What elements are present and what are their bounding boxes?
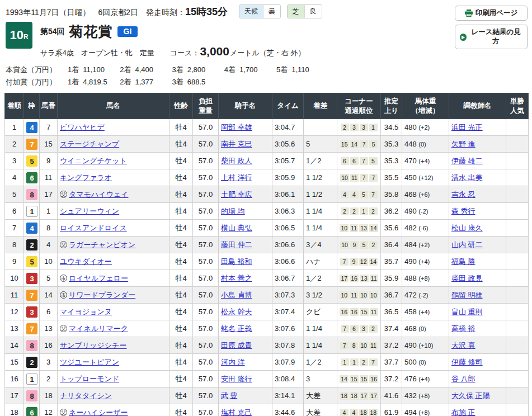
trainer-link[interactable]: 矢野 進 <box>451 140 475 148</box>
horse-link[interactable]: タマモハイウェイ <box>69 190 128 198</box>
jockey-link[interactable]: 岡部 幸雄 <box>221 123 252 131</box>
frame-number-badge: 2 <box>26 239 37 250</box>
trainer-link[interactable]: 柴田 政見 <box>451 274 483 282</box>
body-weight-cell: 476 (+4) <box>402 371 449 387</box>
horse-link[interactable]: ユウキダイオー <box>60 257 112 266</box>
printer-icon <box>465 10 473 17</box>
horse-link[interactable]: サンブリッジシチー <box>60 341 126 349</box>
corner-position: 7 <box>340 258 349 266</box>
last3f-cell: 35.7 <box>381 253 402 270</box>
corner-position: 13 <box>360 275 369 282</box>
jockey-link[interactable]: 松永 幹夫 <box>221 308 252 316</box>
trainer-link[interactable]: 伊藤 修司 <box>451 358 483 366</box>
horse-link[interactable]: ナリタタイシン <box>60 391 112 400</box>
horse-link[interactable]: キングファラオ <box>60 173 112 182</box>
horse-link[interactable]: ウイニングチケット <box>60 157 127 165</box>
jockey-link[interactable]: 武 豊 <box>221 391 238 400</box>
time-cell: 3:14.1 <box>272 387 304 404</box>
date-line: 1993年11月7日（日曜） 6回京都2日 発走時刻： 15時35分 <box>6 5 228 18</box>
jockey-link[interactable]: 田島 裕和 <box>221 257 252 266</box>
horse-link[interactable]: マイヨジョンヌ <box>60 308 112 316</box>
horse-link[interactable]: ステージチャンプ <box>60 140 119 148</box>
horse-link[interactable]: リワードプランダー <box>69 291 135 299</box>
horse-number-cell: 4 <box>40 237 58 253</box>
carried-weight-cell: 57.0 <box>193 404 219 416</box>
horse-link[interactable]: ビワハヤヒデ <box>60 123 105 131</box>
trainer-name-cell: 浜田 光正 <box>449 119 506 136</box>
jockey-link[interactable]: 塩村 克己 <box>221 408 252 416</box>
col-header-trainer: 調教師名 <box>449 93 506 119</box>
weather-value: 曇 <box>263 5 280 18</box>
result-row: 18612父ネーハイシーザー牡457.0塩村 克己3:44.6大差4418186… <box>5 404 529 416</box>
jockey-name-cell: 南井 克巳 <box>219 136 272 153</box>
jockey-link[interactable]: 横山 典弘 <box>221 224 252 232</box>
horse-link[interactable]: ツジユートピアン <box>60 358 119 366</box>
trainer-name-cell: 伊藤 雄二 <box>449 153 506 169</box>
trainer-link[interactable]: 山内 研二 <box>451 240 483 249</box>
time-cell: 3:07.6 <box>272 320 304 337</box>
horse-link[interactable]: ロイヤルフェロー <box>69 274 128 282</box>
trainer-link[interactable]: 清水 出美 <box>451 173 483 182</box>
trainer-link[interactable]: 大沢 真 <box>451 341 475 349</box>
result-guide-label: レース結果の見方 <box>469 27 522 46</box>
horse-link[interactable]: トップローモンド <box>60 375 119 383</box>
body-weight-diff: (+10) <box>418 342 433 349</box>
jockey-link[interactable]: 河内 洋 <box>221 358 245 366</box>
trainer-link[interactable]: 福島 勝 <box>451 257 475 266</box>
jockey-link[interactable]: 安田 隆行 <box>221 375 252 383</box>
corner-order: 10952 <box>340 241 378 249</box>
trainer-link[interactable]: 松山 康久 <box>451 224 483 232</box>
body-weight: 490 <box>404 341 418 349</box>
jockey-link[interactable]: 的場 均 <box>221 207 245 215</box>
result-row: 359ウイニングチケット牡457.0柴田 政人3:05.71／2667535.3… <box>5 153 529 169</box>
sex-age-cell: 牡4 <box>170 304 193 320</box>
trainer-link[interactable]: 吉永 忍 <box>451 190 475 198</box>
trainer-name-cell: 吉永 忍 <box>449 186 506 203</box>
jockey-link[interactable]: 蛯名 正義 <box>221 324 252 333</box>
corner-position: 10 <box>340 241 349 249</box>
trainer-link[interactable]: 鶴留 明雄 <box>451 291 483 299</box>
rank-cell: 14 <box>5 337 24 354</box>
jockey-link[interactable]: 南井 克巳 <box>221 140 252 148</box>
jockey-link[interactable]: 藤田 伸二 <box>221 240 252 249</box>
carried-weight-cell: 57.0 <box>193 253 219 270</box>
jockey-link[interactable]: 上村 洋行 <box>221 173 252 182</box>
trainer-link[interactable]: 高橋 裕 <box>451 324 475 333</box>
time-cell: 3:44.6 <box>272 404 304 416</box>
trainer-link[interactable]: 伊藤 雄二 <box>451 157 483 165</box>
jockey-name-cell: 河内 洋 <box>219 354 272 371</box>
time-cell: 3:06.6 <box>272 237 304 253</box>
jockey-link[interactable]: 土肥 幸広 <box>221 190 252 198</box>
margin-cell: 1 1/4 <box>304 337 337 354</box>
trainer-link[interactable]: 布施 正 <box>451 408 475 416</box>
arrow-circle-icon: ▶ <box>460 34 467 41</box>
horse-link[interactable]: マイネルリマーク <box>69 324 128 333</box>
jockey-name-cell: 柴田 政人 <box>219 153 272 169</box>
jockey-link[interactable]: 柴田 政人 <box>221 157 252 165</box>
last3f-cell: 37.2 <box>381 337 402 354</box>
jockey-link[interactable]: 小島 貞博 <box>221 291 252 299</box>
frame-number-badge: 8 <box>26 340 37 351</box>
horse-link[interactable]: ネーハイシーザー <box>69 408 128 416</box>
horse-link[interactable]: シュアリーウィン <box>60 207 119 215</box>
print-page-button[interactable]: 印刷用ページ <box>455 6 528 21</box>
trainer-link[interactable]: 畠山 重則 <box>451 308 483 316</box>
frame-cell: 7 <box>24 136 40 153</box>
horse-number-cell: 12 <box>40 404 58 416</box>
trainer-link[interactable]: 谷 八郎 <box>451 375 475 383</box>
trainer-name-cell: 福島 勝 <box>449 253 506 270</box>
trainer-link[interactable]: 浜田 光正 <box>451 123 483 131</box>
result-guide-button[interactable]: ▶ レース結果の見方 <box>455 25 528 49</box>
trainer-link[interactable]: 大久保 正陽 <box>451 391 490 400</box>
horse-number-cell: 16 <box>40 337 58 354</box>
horse-link[interactable]: ロイスアンドロイス <box>60 224 127 232</box>
horse-name-cell: ツジユートピアン <box>58 354 170 371</box>
horse-number-cell: 8 <box>40 220 58 237</box>
jockey-link[interactable]: 田原 成貴 <box>221 341 252 349</box>
race-date: 1993年11月7日（日曜） <box>6 8 90 18</box>
corner-position: 10 <box>340 224 349 232</box>
horse-link[interactable]: ラガーチャンピオン <box>69 240 135 249</box>
start-time-value: 15時35分 <box>185 5 228 18</box>
trainer-link[interactable]: 森 秀行 <box>451 207 475 215</box>
jockey-link[interactable]: 村本 善之 <box>221 274 252 282</box>
